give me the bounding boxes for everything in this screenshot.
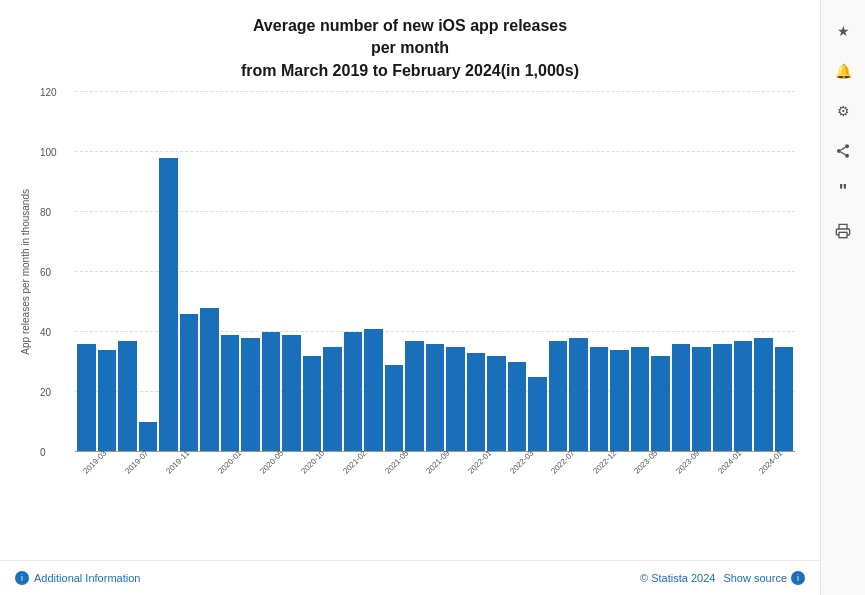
- x-tick: [327, 455, 335, 459]
- show-source-icon: i: [791, 571, 805, 585]
- bar[interactable]: [385, 365, 404, 452]
- x-tick: 2024-01: [753, 455, 782, 468]
- bar-wrapper: [159, 92, 178, 452]
- bar[interactable]: [610, 350, 629, 452]
- x-tick: 2022-01: [462, 455, 491, 468]
- bar[interactable]: [446, 347, 465, 452]
- bar[interactable]: [200, 308, 219, 452]
- bar[interactable]: [549, 341, 568, 452]
- bell-icon[interactable]: 🔔: [832, 60, 854, 82]
- svg-line-4: [841, 147, 846, 150]
- x-tick: 2019-03: [77, 455, 106, 468]
- bar-wrapper: [467, 92, 486, 452]
- bar-wrapper: [262, 92, 281, 452]
- bar[interactable]: [692, 347, 711, 452]
- quote-icon[interactable]: ": [832, 180, 854, 202]
- bar-wrapper: [446, 92, 465, 452]
- copyright: © Statista 2024: [640, 572, 715, 584]
- svg-rect-5: [839, 232, 847, 237]
- bar-wrapper: [487, 92, 506, 452]
- bar-wrapper: [713, 92, 732, 452]
- x-tick: [410, 455, 418, 459]
- bar[interactable]: [262, 332, 281, 452]
- bar[interactable]: [734, 341, 753, 452]
- bar[interactable]: [282, 335, 301, 452]
- bar-wrapper: [118, 92, 137, 452]
- x-tick: 2021-02: [337, 455, 366, 468]
- bar-wrapper: [241, 92, 260, 452]
- bar[interactable]: [323, 347, 342, 452]
- bars-container: [75, 92, 795, 452]
- bar[interactable]: [754, 338, 773, 452]
- x-tick: [452, 455, 460, 459]
- bar-wrapper: [528, 92, 547, 452]
- share-icon[interactable]: [832, 140, 854, 162]
- bar[interactable]: [672, 344, 691, 452]
- x-tick: 2022-03: [504, 455, 533, 468]
- bar[interactable]: [221, 335, 240, 452]
- bar[interactable]: [631, 347, 650, 452]
- bar-wrapper: [344, 92, 363, 452]
- bar[interactable]: [651, 356, 670, 452]
- sidebar: ★ 🔔 ⚙ ": [820, 0, 865, 595]
- additional-info[interactable]: i Additional Information: [15, 571, 140, 585]
- bar-wrapper: [651, 92, 670, 452]
- info-icon: i: [15, 571, 29, 585]
- x-tick: [535, 455, 543, 459]
- gear-icon[interactable]: ⚙: [832, 100, 854, 122]
- x-tick: [202, 455, 210, 459]
- bar-wrapper: [221, 92, 240, 452]
- x-tick: [108, 455, 116, 459]
- x-tick: 2019-07: [119, 455, 148, 468]
- bar[interactable]: [180, 314, 199, 452]
- bar[interactable]: [569, 338, 588, 452]
- bar[interactable]: [590, 347, 609, 452]
- bar[interactable]: [344, 332, 363, 452]
- bar-wrapper: [754, 92, 773, 452]
- x-tick: [493, 455, 501, 459]
- svg-point-0: [845, 144, 849, 148]
- bar[interactable]: [98, 350, 117, 452]
- bar[interactable]: [405, 341, 424, 452]
- x-tick: 2021-09: [420, 455, 449, 468]
- x-tick: [743, 455, 751, 459]
- bar-wrapper: [77, 92, 96, 452]
- bar[interactable]: [118, 341, 137, 452]
- bar-wrapper: [139, 92, 158, 452]
- bar[interactable]: [775, 347, 794, 452]
- chart-container: Average number of new iOS app releases p…: [0, 0, 820, 595]
- star-icon[interactable]: ★: [832, 20, 854, 42]
- print-icon[interactable]: [832, 220, 854, 242]
- bar[interactable]: [364, 329, 383, 452]
- bar[interactable]: [467, 353, 486, 452]
- x-tick: [660, 455, 668, 459]
- chart-title: Average number of new iOS app releases p…: [10, 15, 810, 82]
- x-tick: [785, 455, 793, 459]
- x-tick: 2022-07: [545, 455, 574, 468]
- x-tick: 2023-09: [670, 455, 699, 468]
- footer: i Additional Information © Statista 2024…: [0, 560, 820, 595]
- bar[interactable]: [426, 344, 445, 452]
- bar[interactable]: [77, 344, 96, 452]
- x-tick: [577, 455, 585, 459]
- chart-area: App releases per month in thousands 0 20…: [75, 92, 795, 492]
- bar[interactable]: [303, 356, 322, 452]
- x-tick: [244, 455, 252, 459]
- show-source-button[interactable]: Show source i: [723, 571, 805, 585]
- bar-wrapper: [180, 92, 199, 452]
- bar[interactable]: [241, 338, 260, 452]
- bar-wrapper: [569, 92, 588, 452]
- bar[interactable]: [159, 158, 178, 452]
- svg-point-1: [837, 149, 841, 153]
- bar-wrapper: [405, 92, 424, 452]
- x-tick: 2021-05: [379, 455, 408, 468]
- bar[interactable]: [528, 377, 547, 452]
- bar[interactable]: [139, 422, 158, 452]
- x-axis: 2019-032019-072019-112020-012020-052020-…: [75, 452, 795, 492]
- svg-point-2: [845, 154, 849, 158]
- bar[interactable]: [487, 356, 506, 452]
- bar[interactable]: [508, 362, 527, 452]
- bar-wrapper: [549, 92, 568, 452]
- svg-line-3: [841, 152, 846, 155]
- bar[interactable]: [713, 344, 732, 452]
